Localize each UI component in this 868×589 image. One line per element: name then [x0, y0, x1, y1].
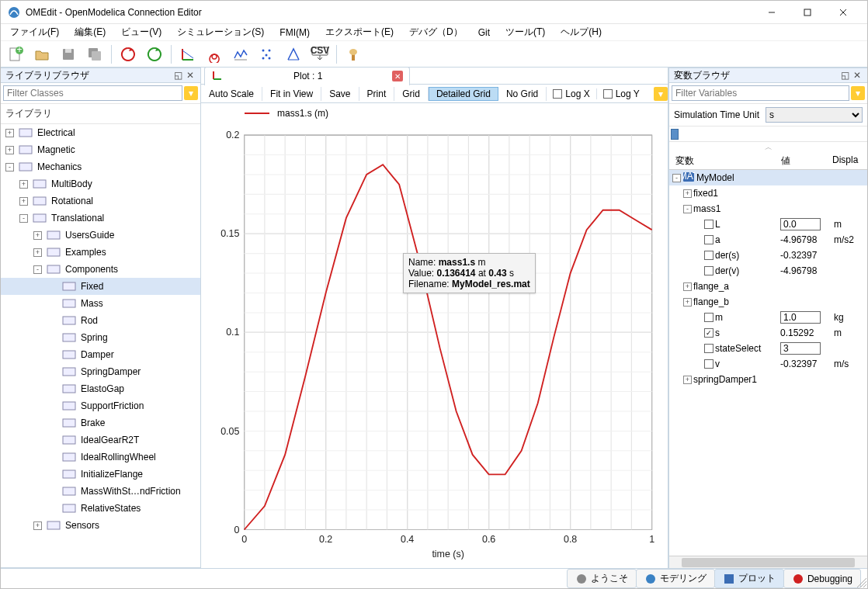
tree-toggle[interactable]: + — [683, 298, 692, 307]
plot-opt-print[interactable]: Print — [359, 87, 395, 101]
variable-row[interactable]: +springDamper1 — [669, 372, 867, 387]
tree-toggle[interactable]: - — [33, 265, 42, 274]
variable-checkbox[interactable] — [704, 235, 713, 244]
variable-row[interactable]: +flange_b — [669, 294, 867, 310]
header-variable[interactable]: 変数 — [672, 153, 778, 169]
menu-simulation[interactable]: シミュレーション(S) — [171, 24, 270, 40]
library-tree-item[interactable]: IdealRollingWheel — [1, 449, 200, 466]
open-file-button[interactable] — [30, 43, 54, 66]
variable-row[interactable]: m1.0kg — [669, 310, 867, 325]
status-tab-welcome[interactable]: ようこそ — [567, 569, 637, 588]
tree-toggle[interactable]: + — [33, 248, 42, 257]
variable-checkbox[interactable] — [704, 359, 713, 369]
simulate-button[interactable] — [116, 43, 140, 66]
variable-row[interactable]: stateSelect3 — [669, 341, 867, 356]
save-button[interactable] — [57, 43, 80, 66]
library-tree-item[interactable]: +Examples — [1, 244, 200, 261]
library-tree-item[interactable]: Rod — [1, 312, 200, 329]
variable-row[interactable]: a-4.96798m/s2 — [669, 232, 867, 248]
library-tree-item[interactable]: Spring — [1, 329, 200, 346]
tree-toggle[interactable]: - — [5, 163, 14, 172]
tree-toggle[interactable]: + — [683, 282, 692, 291]
tree-toggle[interactable]: + — [5, 129, 14, 137]
tree-toggle[interactable]: + — [33, 521, 42, 530]
variable-value-input[interactable]: 0.0 — [780, 218, 821, 230]
tree-toggle[interactable]: - — [672, 174, 681, 182]
header-display[interactable]: Displa — [829, 153, 864, 169]
library-tree-item[interactable]: Mass — [1, 295, 200, 312]
variable-row[interactable]: -mass1 — [669, 201, 867, 217]
variable-checkbox[interactable] — [704, 313, 713, 322]
variable-value-input[interactable]: 1.0 — [780, 311, 821, 324]
plot-canvas[interactable]: mass1.s (m) 00.20.40.60.8100.050.10.150.… — [201, 103, 668, 568]
library-filter-input[interactable] — [3, 85, 182, 101]
library-tree-item[interactable]: +MultiBody — [1, 175, 200, 192]
tree-toggle[interactable]: + — [683, 189, 692, 198]
minimize-button[interactable] — [754, 1, 790, 24]
variable-checkbox[interactable] — [704, 266, 713, 275]
variable-checkbox[interactable] — [704, 220, 713, 229]
plot-opt-logy[interactable]: Log Y — [597, 88, 646, 99]
tree-toggle[interactable]: + — [683, 376, 692, 384]
h-scrollbar[interactable] — [669, 556, 867, 568]
tree-toggle[interactable]: - — [683, 205, 692, 213]
new-file-button[interactable]: + — [4, 43, 27, 66]
menu-debug[interactable]: デバグ（D） — [403, 24, 469, 40]
maximize-button[interactable] — [790, 1, 825, 24]
library-tree-item[interactable]: -Components — [1, 261, 200, 278]
undock-button[interactable]: ◱ — [839, 70, 850, 81]
library-tree[interactable]: +Electrical+Magnetic-Mechanics+MultiBody… — [1, 124, 200, 568]
clear-button[interactable] — [342, 43, 365, 66]
library-tree-item[interactable]: Fixed — [1, 278, 200, 295]
menu-tools[interactable]: ツール(T) — [499, 24, 551, 40]
plot-opt-nogrid[interactable]: No Grid — [498, 87, 547, 101]
variable-checkbox[interactable] — [704, 251, 713, 260]
filter-go-button[interactable]: ▾ — [184, 86, 198, 100]
menu-git[interactable]: Git — [472, 26, 496, 40]
library-tree-item[interactable]: RelativeStates — [1, 500, 200, 517]
plot-opt-fitview[interactable]: Fit in View — [262, 87, 321, 101]
variable-value-input[interactable]: 3 — [780, 342, 821, 355]
variable-checkbox[interactable] — [704, 344, 713, 353]
variable-row[interactable]: L0.0m — [669, 217, 867, 232]
library-tree-item[interactable]: +UsersGuide — [1, 227, 200, 244]
library-tree-item[interactable]: Brake — [1, 414, 200, 431]
variables-filter-input[interactable] — [672, 85, 849, 101]
library-tree-item[interactable]: ElastoGap — [1, 380, 200, 397]
filter-go-button[interactable]: ▾ — [851, 86, 865, 100]
library-tree-item[interactable]: +Sensors — [1, 517, 200, 534]
library-tree-item[interactable]: InitializeFlange — [1, 466, 200, 483]
animation-button[interactable] — [282, 43, 305, 66]
undock-button[interactable]: ◱ — [172, 70, 183, 81]
time-unit-select[interactable]: s — [766, 107, 863, 123]
status-tab-modeling[interactable]: モデリング — [636, 569, 715, 588]
plot-array-button[interactable] — [229, 43, 252, 66]
library-tree-item[interactable]: -Translational — [1, 210, 200, 227]
collapse-icon[interactable]: ︿ — [669, 142, 867, 153]
tree-toggle[interactable]: + — [19, 197, 28, 206]
menu-help[interactable]: ヘルプ(H) — [554, 24, 608, 40]
plot-tab[interactable]: Plot : 1 ✕ — [204, 67, 410, 85]
time-slider-handle[interactable] — [671, 129, 679, 140]
tree-toggle[interactable]: + — [19, 180, 28, 189]
csv-export-button[interactable]: CSV — [308, 43, 332, 66]
menu-fmi[interactable]: FMI(M) — [273, 26, 316, 40]
panel-close-button[interactable]: ✕ — [185, 70, 196, 81]
header-value[interactable]: 値 — [778, 153, 829, 169]
status-tab-debug[interactable]: Debugging — [783, 569, 861, 588]
variable-row[interactable]: +flange_a — [669, 279, 867, 294]
save-all-button[interactable] — [83, 43, 106, 66]
plot-opt-save[interactable]: Save — [321, 87, 359, 101]
variable-row[interactable]: +fixed1 — [669, 185, 867, 201]
library-tree-item[interactable]: MassWithSt…ndFriction — [1, 483, 200, 500]
variables-tree[interactable]: -MATMyModel+fixed1-mass1L0.0ma-4.96798m/… — [669, 170, 867, 556]
library-tree-item[interactable]: +Electrical — [1, 124, 200, 141]
library-tree-item[interactable]: IdealGearR2T — [1, 431, 200, 449]
status-tab-plot[interactable]: プロット — [714, 569, 784, 588]
panel-close-button[interactable]: ✕ — [852, 70, 863, 81]
plot-xy-button[interactable] — [176, 43, 200, 66]
menu-export[interactable]: エクスポート(E) — [319, 24, 400, 40]
plot-opt-detailedgrid[interactable]: Detailed Grid — [429, 87, 498, 101]
variable-checkbox[interactable]: ✓ — [704, 328, 713, 338]
library-tree-item[interactable]: Damper — [1, 346, 200, 363]
